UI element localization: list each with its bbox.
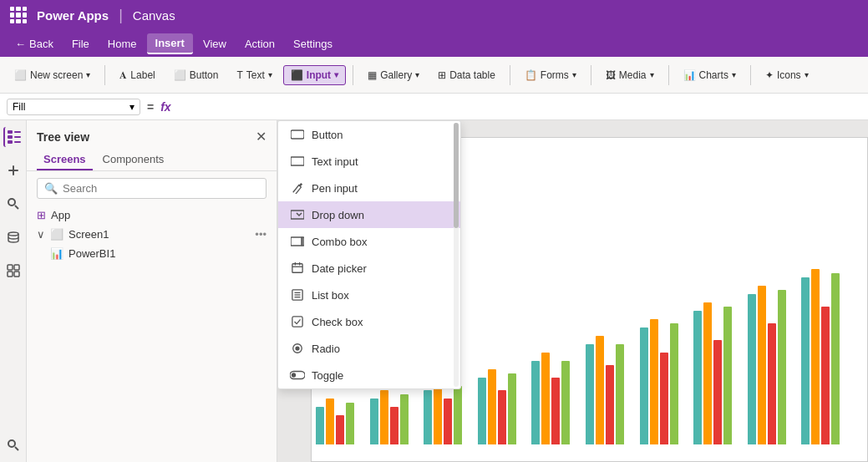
side-icon-add[interactable] bbox=[3, 160, 23, 180]
menu-settings[interactable]: Settings bbox=[285, 34, 341, 53]
svg-rect-1 bbox=[8, 135, 13, 139]
radio-item-label: Radio bbox=[312, 343, 340, 355]
list-box-svg-icon bbox=[291, 289, 304, 301]
bar-group bbox=[478, 369, 527, 444]
chart-bar bbox=[531, 361, 540, 444]
tab-components[interactable]: Components bbox=[96, 150, 171, 170]
radio-svg-icon bbox=[291, 343, 304, 354]
toggle-item-label: Toggle bbox=[312, 369, 343, 382]
button-icon: ⬜ bbox=[174, 69, 186, 81]
drop-down-item-icon bbox=[290, 207, 305, 222]
label-button[interactable]: 𝐀 Label bbox=[112, 65, 162, 85]
dropdown-item-button[interactable]: Button bbox=[278, 121, 460, 148]
dropdown-item-list-box[interactable]: List box bbox=[278, 282, 460, 308]
bar-group bbox=[531, 353, 581, 444]
app-grid-icon[interactable] bbox=[10, 7, 27, 23]
chart-bar bbox=[326, 399, 334, 444]
svg-rect-7 bbox=[8, 170, 18, 171]
svg-rect-22 bbox=[291, 237, 302, 246]
dropdown-item-combo-box[interactable]: Combo box bbox=[278, 228, 460, 255]
chart-bar bbox=[670, 323, 678, 444]
side-icon-search2[interactable] bbox=[3, 194, 23, 214]
gallery-button[interactable]: ▦ Gallery ▾ bbox=[360, 65, 427, 85]
dropdown-item-toggle[interactable]: Toggle bbox=[278, 362, 460, 388]
back-arrow-icon: ← bbox=[15, 38, 26, 50]
text-button[interactable]: T Text ▾ bbox=[229, 65, 279, 85]
date-picker-item-icon bbox=[290, 261, 305, 276]
tree-item-powerbi1[interactable]: 📊 PowerBI1 bbox=[27, 244, 277, 263]
dropdown-item-radio[interactable]: Radio bbox=[278, 335, 460, 362]
formula-selector[interactable]: Fill ▾ bbox=[7, 99, 140, 115]
search3-icon bbox=[7, 439, 20, 452]
side-icons-panel bbox=[0, 120, 27, 462]
chart-bar bbox=[380, 390, 388, 444]
svg-rect-13 bbox=[8, 272, 13, 277]
dropdown-item-drop-down[interactable]: Drop down bbox=[278, 201, 460, 228]
toolbar-divider-2 bbox=[353, 65, 353, 85]
chart-bar bbox=[478, 378, 486, 444]
search-input[interactable] bbox=[63, 182, 259, 195]
button-button[interactable]: ⬜ Button bbox=[166, 65, 226, 85]
pen-input-item-icon bbox=[290, 180, 305, 195]
svg-rect-12 bbox=[14, 265, 19, 270]
tree-panel: Tree view ✕ Screens Components 🔍 ⊞ App ∨… bbox=[27, 120, 277, 462]
side-icon-tree[interactable] bbox=[3, 127, 23, 147]
media-chevron-icon: ▾ bbox=[650, 70, 654, 79]
dropdown-item-check-box[interactable]: Check box bbox=[278, 308, 460, 335]
toggle-item-icon bbox=[290, 368, 305, 383]
media-button[interactable]: 🖼 Media ▾ bbox=[598, 65, 662, 85]
screen-expand-icon: ∨ bbox=[37, 228, 45, 241]
menu-action[interactable]: Action bbox=[236, 34, 283, 53]
menu-insert[interactable]: Insert bbox=[147, 33, 193, 54]
screen-icon: ⬜ bbox=[50, 228, 63, 241]
new-screen-button[interactable]: ⬜ New screen ▾ bbox=[7, 65, 98, 85]
data-table-button[interactable]: ⊞ Data table bbox=[430, 65, 503, 85]
menu-view[interactable]: View bbox=[195, 34, 235, 53]
side-icon-data[interactable] bbox=[3, 227, 23, 247]
forms-button[interactable]: 📋 Forms ▾ bbox=[517, 65, 584, 85]
input-button[interactable]: ⬛ Input ▾ bbox=[283, 65, 346, 85]
new-screen-icon: ⬜ bbox=[14, 69, 27, 81]
more-options-button[interactable]: ••• bbox=[255, 228, 266, 241]
svg-rect-3 bbox=[14, 131, 21, 133]
gallery-icon: ▦ bbox=[368, 69, 377, 81]
icons-icon: ✦ bbox=[765, 69, 774, 81]
tree-item-app[interactable]: ⊞ App bbox=[27, 206, 277, 225]
check-box-item-label: Check box bbox=[312, 316, 363, 328]
menu-home[interactable]: Home bbox=[99, 34, 145, 53]
text-input-svg-icon bbox=[291, 155, 304, 167]
svg-line-9 bbox=[15, 206, 18, 209]
app-label: App bbox=[51, 209, 70, 221]
dropdown-item-pen-input[interactable]: Pen input bbox=[278, 175, 460, 201]
dropdown-scrollbar[interactable] bbox=[454, 123, 459, 387]
tab-screens[interactable]: Screens bbox=[37, 150, 93, 170]
tree-close-button[interactable]: ✕ bbox=[256, 129, 266, 145]
dropdown-item-date-picker[interactable]: Date picker bbox=[278, 255, 460, 282]
side-icon-search3[interactable] bbox=[3, 435, 23, 455]
screen1-label: Screen1 bbox=[69, 228, 109, 241]
chart-bar bbox=[693, 311, 702, 444]
menu-file[interactable]: File bbox=[63, 34, 98, 53]
icons-button[interactable]: ✦ Icons ▾ bbox=[758, 65, 816, 85]
search2-icon bbox=[7, 197, 20, 211]
tree-item-screen1[interactable]: ∨ ⬜ Screen1 ••• bbox=[27, 225, 277, 244]
side-icon-components[interactable] bbox=[3, 261, 23, 281]
formula-input[interactable] bbox=[181, 100, 861, 113]
input-chevron-icon: ▾ bbox=[334, 70, 338, 79]
bar-group bbox=[586, 336, 635, 444]
formula-bar: Fill ▾ = fx bbox=[0, 94, 868, 120]
menu-back[interactable]: ← ← Back Back bbox=[7, 34, 62, 53]
svg-rect-2 bbox=[8, 140, 13, 144]
canvas-name: Canvas bbox=[133, 8, 175, 23]
pen-svg-icon bbox=[291, 182, 304, 194]
bar-group bbox=[316, 399, 365, 444]
list-box-item-label: List box bbox=[312, 289, 349, 302]
data-table-icon: ⊞ bbox=[438, 69, 446, 81]
chart-bar bbox=[778, 290, 786, 444]
charts-button[interactable]: 📊 Charts ▾ bbox=[676, 65, 744, 85]
new-screen-chevron-icon: ▾ bbox=[86, 70, 90, 79]
chart-bar bbox=[488, 369, 496, 444]
dropdown-item-text-input[interactable]: Text input bbox=[278, 148, 460, 175]
tree-title: Tree view bbox=[37, 130, 89, 144]
svg-point-36 bbox=[292, 373, 296, 377]
